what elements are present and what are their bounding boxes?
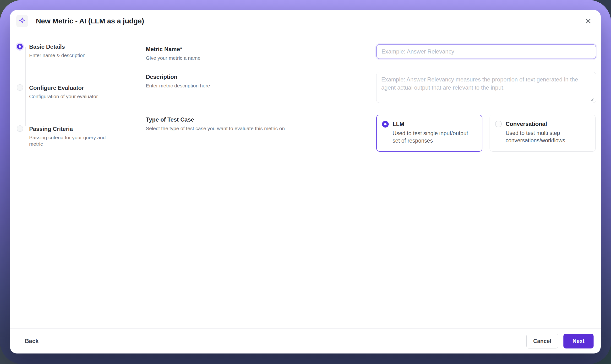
step-description: Enter name & description bbox=[29, 52, 86, 59]
stepper-item-basic-details[interactable]: Basic Details Enter name & description bbox=[16, 43, 129, 59]
option-description: Used to test multi step conversations/wo… bbox=[506, 130, 589, 144]
dialog-footer: Back Cancel Next bbox=[10, 328, 601, 353]
new-metric-dialog: New Metric - AI (LLM as a judge) Basic D… bbox=[10, 10, 601, 353]
stepper-sidebar: Basic Details Enter name & description C… bbox=[10, 32, 136, 328]
metric-name-input[interactable] bbox=[376, 44, 596, 59]
cancel-button[interactable]: Cancel bbox=[526, 334, 558, 349]
description-textarea[interactable] bbox=[376, 72, 596, 103]
test-case-type-label: Type of Test Case bbox=[146, 116, 376, 123]
step-title: Basic Details bbox=[29, 43, 86, 50]
step-title: Passing Criteria bbox=[29, 125, 112, 132]
description-label: Description bbox=[146, 73, 376, 80]
step-title: Configure Evaluator bbox=[29, 84, 98, 91]
resize-handle-icon[interactable] bbox=[590, 97, 594, 101]
step-description: Passing criteria for your query and metr… bbox=[29, 134, 112, 147]
dialog-header: New Metric - AI (LLM as a judge) bbox=[10, 10, 601, 32]
metric-name-helper: Give your metric a name bbox=[146, 55, 299, 61]
close-button[interactable] bbox=[583, 16, 594, 26]
stepper-item-passing-criteria[interactable]: Passing Criteria Passing criteria for yo… bbox=[16, 125, 129, 147]
stepper-item-configure-evaluator[interactable]: Configure Evaluator Configuration of you… bbox=[16, 84, 129, 100]
form-content: Metric Name* Give your metric a name Des… bbox=[136, 32, 601, 328]
step-radio-pending-icon bbox=[17, 84, 23, 91]
text-cursor bbox=[381, 48, 381, 55]
dialog-body: Basic Details Enter name & description C… bbox=[10, 32, 601, 328]
description-row: Description Enter metric description her… bbox=[146, 72, 597, 104]
radio-unselected-icon bbox=[495, 121, 502, 127]
metric-name-label: Metric Name* bbox=[146, 46, 376, 53]
metric-name-row: Metric Name* Give your metric a name bbox=[146, 44, 597, 61]
option-description: Used to test single input/output set of … bbox=[393, 130, 476, 144]
option-card-llm[interactable]: LLM Used to test single input/output set… bbox=[376, 115, 482, 152]
test-case-type-row: Type of Test Case Select the type of tes… bbox=[146, 115, 597, 152]
close-icon bbox=[585, 17, 592, 25]
option-card-conversational[interactable]: Conversational Used to test multi step c… bbox=[489, 115, 596, 152]
option-title: Conversational bbox=[506, 120, 589, 128]
option-title: LLM bbox=[393, 120, 476, 128]
step-radio-pending-icon bbox=[17, 125, 23, 132]
radio-selected-icon bbox=[382, 121, 389, 128]
test-case-type-helper: Select the type of test case you want to… bbox=[146, 125, 299, 132]
step-description: Configuration of your evaluator bbox=[29, 93, 98, 100]
sparkle-icon bbox=[16, 15, 28, 27]
description-helper: Enter metric description here bbox=[146, 82, 299, 89]
page-title: New Metric - AI (LLM as a judge) bbox=[36, 17, 583, 25]
step-radio-active-icon bbox=[17, 44, 23, 50]
back-button[interactable]: Back bbox=[25, 338, 39, 344]
next-button[interactable]: Next bbox=[563, 334, 594, 349]
